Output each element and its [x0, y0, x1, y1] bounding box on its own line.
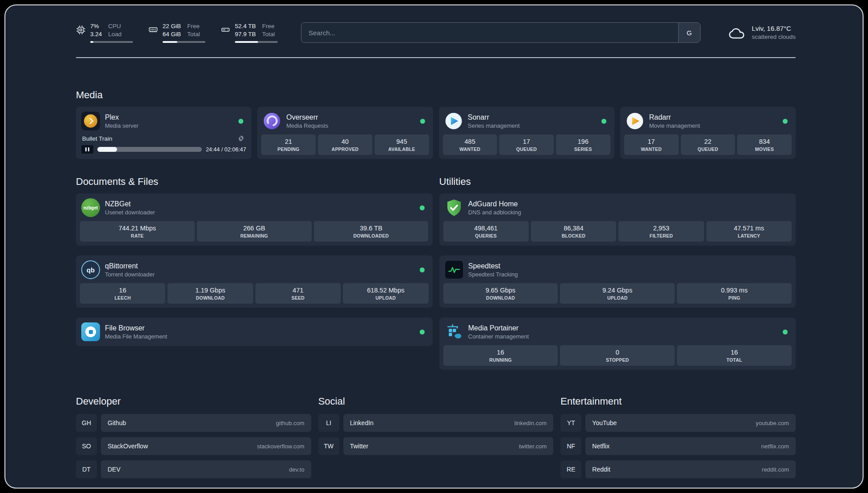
bookmark-linkedin[interactable]: LI LinkedIn linkedin.com [318, 414, 554, 432]
service-card-speedtest[interactable]: Speedtest Speedtest Tracking 9.65 Gbps D… [439, 255, 796, 308]
bookmark-url: linkedin.com [514, 420, 547, 426]
stat-blocked: 86,384 BLOCKED [531, 221, 616, 242]
bookmark-reddit[interactable]: RE Reddit reddit.com [560, 460, 796, 478]
service-desc: DNS and adblocking [468, 209, 522, 216]
stat-download: 9.65 Gbps DOWNLOAD [443, 283, 558, 304]
bookmark-stackoverflow[interactable]: SO StackOverflow stackoverflow.com [76, 437, 311, 455]
bookmark-name: Netflix [592, 443, 609, 450]
weather-widget: Lviv, 16.87°C scattered clouds [727, 24, 796, 41]
bookmark-url: github.com [276, 420, 305, 426]
stat-queued: 22 QUEUED [681, 134, 735, 155]
stat-downloaded: 39.6 TB DOWNLOADED [314, 221, 429, 242]
weather-location: Lviv, 16.87°C [752, 24, 796, 33]
bookmark-netflix[interactable]: NF Netflix netflix.com [560, 437, 796, 455]
bookmark-twitter[interactable]: TW Twitter twitter.com [318, 437, 554, 455]
bookmark-abbr: SO [76, 437, 97, 455]
stat-remaining: 266 GB REMAINING [197, 221, 312, 242]
cpu-widget: 7% 3.24 CPU Load [76, 22, 133, 43]
dashboard-frame: 7% 3.24 CPU Load [4, 4, 864, 489]
bookmark-abbr: LI [318, 414, 339, 432]
service-card-qbittorrent[interactable]: qb qBittorrent Torrent downloader 16 [76, 255, 433, 308]
search-input[interactable] [301, 23, 678, 42]
cloud-icon [727, 25, 746, 40]
bookmark-url: reddit.com [762, 466, 789, 473]
bookmark-name: DEV [108, 466, 121, 473]
disk-usage-bar [235, 41, 278, 43]
status-dot [601, 119, 606, 124]
top-bar: 7% 3.24 CPU Load [76, 19, 796, 46]
stat-filtered: 2,953 FILTERED [618, 221, 704, 242]
stat-available: 945 AVAILABLE [375, 134, 429, 155]
stat-download: 1.19 Gbps DOWNLOAD [167, 283, 253, 304]
stat-queued: 17 QUEUED [499, 134, 554, 155]
nzbget-icon: nzbget [81, 198, 100, 217]
bookmark-name: Twitter [350, 443, 368, 450]
bookmark-abbr: TW [318, 437, 339, 455]
status-dot [420, 267, 425, 272]
stat-latency: 47.571 ms LATENCY [706, 221, 792, 242]
stat-upload: 9.24 Gbps UPLOAD [560, 283, 675, 304]
service-card-adguard[interactable]: AdGuard Home DNS and adblocking 498,461 … [439, 193, 796, 246]
service-desc: Movie management [649, 122, 700, 129]
search-provider-button[interactable]: G [678, 23, 700, 42]
stat-series: 196 SERIES [556, 134, 610, 155]
stat-total: 16 TOTAL [677, 345, 792, 366]
bookmark-youtube[interactable]: YT YouTube youtube.com [560, 414, 796, 432]
service-card-plex[interactable]: Plex Media server Bullet Train [76, 107, 251, 159]
gear-icon[interactable] [238, 135, 245, 142]
service-title: Speedtest [468, 262, 518, 270]
cpu-icon [76, 22, 86, 35]
overseerr-icon [263, 112, 281, 130]
cpu-value-percent: 7% [90, 22, 102, 30]
service-card-filebrowser[interactable]: File Browser Media File Management [76, 318, 433, 346]
service-title: Overseerr [286, 113, 328, 121]
header-divider [76, 57, 796, 58]
service-card-overseerr[interactable]: Overseerr Media Requests 21 PENDING 40 A… [257, 107, 433, 159]
bookmark-url: twitter.com [519, 443, 547, 450]
bookmark-dev[interactable]: DT DEV dev.to [76, 460, 311, 478]
cpu-value-load: 3.24 [90, 30, 102, 38]
service-desc: Container management [468, 333, 529, 340]
service-title: qBittorrent [105, 262, 154, 270]
section-developer: Developer GH Github github.com SO StackO… [76, 396, 311, 484]
service-title: File Browser [105, 324, 167, 332]
bookmark-github[interactable]: GH Github github.com [76, 414, 311, 432]
now-playing-title: Bullet Train [82, 135, 113, 142]
service-title: Radarr [649, 113, 700, 121]
entertainment-section-title: Entertainment [560, 396, 796, 407]
service-title: NZBGet [105, 200, 155, 208]
service-card-portainer[interactable]: Media Portainer Container management 16 … [439, 318, 796, 370]
service-desc: Series management [468, 122, 520, 129]
portainer-icon [445, 322, 463, 341]
qbittorrent-icon: qb [81, 260, 100, 279]
pause-icon[interactable] [81, 145, 93, 154]
status-dot [783, 119, 788, 124]
stat-seed: 471 SEED [255, 283, 341, 304]
service-desc: Media server [105, 122, 138, 129]
service-title: Plex [105, 113, 138, 121]
memory-free-value: 22 GiB [163, 22, 181, 30]
media-section-title: Media [76, 89, 796, 101]
bookmark-name: Github [108, 419, 126, 426]
service-card-radarr[interactable]: Radarr Movie management 17 WANTED 22 QUE… [620, 107, 796, 159]
disk-label-free: Free [262, 22, 275, 30]
sonarr-icon [444, 112, 463, 130]
bookmark-url: netflix.com [761, 443, 789, 450]
status-dot [238, 119, 243, 124]
service-desc: Torrent downloader [105, 271, 154, 278]
service-card-nzbget[interactable]: nzbget NZBGet Usenet downloader 744.21 M… [76, 193, 433, 246]
developer-section-title: Developer [76, 396, 311, 407]
status-dot [420, 330, 425, 334]
stat-leech: 16 LEECH [80, 283, 165, 304]
disk-label-total: Total [262, 30, 275, 38]
stat-queries: 498,461 QUERIES [443, 221, 529, 242]
memory-icon [148, 22, 158, 35]
bookmark-name: LinkedIn [350, 419, 374, 426]
bookmark-url: dev.to [289, 466, 304, 473]
filebrowser-icon [81, 322, 100, 341]
adguard-icon [445, 198, 463, 217]
memory-total-value: 64 GiB [163, 30, 181, 38]
section-media: Media Plex Media server [76, 89, 796, 159]
bookmark-abbr: DT [76, 460, 97, 478]
service-card-sonarr[interactable]: Sonarr Series management 485 WANTED 17 Q… [439, 107, 614, 159]
